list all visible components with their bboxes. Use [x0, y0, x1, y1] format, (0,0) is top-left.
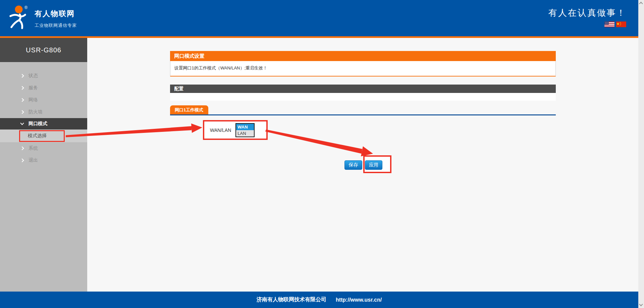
main-content: 网口模式设置 设置网口1的工作模式（WAN/LAN）;重启生效！ 配置 网口1工… [87, 38, 638, 292]
tab-port1-work-mode[interactable]: 网口1工作模式 [170, 105, 208, 114]
annotation-box-wan-lan: WAN/LAN WAN LAN [203, 120, 268, 140]
sidebar-item-status[interactable]: 状态 [0, 70, 87, 82]
annotation-box-mode-select [19, 130, 65, 142]
chevron-right-icon [20, 110, 24, 114]
sidebar: USR-G806 状态 服务 网络 防火墙 网口模式 [0, 38, 87, 292]
device-title: USR-G806 [26, 46, 61, 54]
chevron-right-icon [20, 146, 24, 150]
scroll-up-icon[interactable] [639, 2, 643, 5]
sidebar-item-label: 防火墙 [29, 109, 43, 115]
tab-bar: 网口1工作模式 [170, 106, 556, 115]
wan-lan-field-label: WAN/LAN [210, 127, 231, 133]
page: ® 有人物联网 工业物联网通信专家 有人在认真做事！ [0, 0, 644, 308]
apply-button[interactable]: 应用 [365, 160, 382, 170]
chevron-right-icon [20, 86, 24, 90]
sidebar-item-label: 系统 [29, 145, 38, 151]
sidebar-item-firewall[interactable]: 防火墙 [0, 106, 87, 118]
page-description: 设置网口1的工作模式（WAN/LAN）;重启生效！ [170, 61, 556, 76]
sidebar-item-label: 网络 [29, 97, 38, 103]
header-slogan: 有人在认真做事！ [548, 7, 626, 18]
option-wan[interactable]: WAN [236, 124, 254, 130]
scroll-down-icon[interactable] [639, 302, 643, 306]
usr-logo-icon: ® [8, 4, 29, 30]
sidebar-item-label: 网口模式 [29, 121, 47, 127]
brand-tagline: 工业物联网通信专家 [35, 22, 77, 29]
sidebar-item-network[interactable]: 网络 [0, 94, 87, 106]
sidebar-item-label: 服务 [29, 85, 38, 91]
top-header: ® 有人物联网 工业物联网通信专家 有人在认真做事！ [0, 0, 638, 36]
registered-mark: ® [24, 5, 28, 10]
sidebar-item-port-mode[interactable]: 网口模式 [0, 118, 87, 130]
option-lan[interactable]: LAN [236, 130, 254, 137]
settings-panel: 网口模式设置 设置网口1的工作模式（WAN/LAN）;重启生效！ 配置 网口1工… [170, 51, 556, 115]
page-scrollbar[interactable] [638, 0, 644, 308]
config-section-header: 配置 [170, 85, 556, 93]
footer: 济南有人物联网技术有限公司 http://www.usr.cn/ [0, 292, 638, 308]
save-button[interactable]: 保存 [344, 160, 362, 170]
page-title: 网口模式设置 [170, 51, 556, 61]
sidebar-item-services[interactable]: 服务 [0, 82, 87, 94]
footer-url-link[interactable]: http://www.usr.cn/ [336, 297, 382, 303]
sidebar-device-header: USR-G806 [0, 38, 87, 62]
logo-block: ® 有人物联网 工业物联网通信专家 [8, 4, 77, 30]
config-section-body [170, 93, 556, 101]
sidebar-item-system[interactable]: 系统 [0, 142, 87, 154]
us-flag-icon[interactable] [604, 21, 614, 27]
sidebar-item-label: 状态 [29, 73, 38, 79]
chevron-right-icon [20, 158, 24, 162]
wan-lan-select[interactable]: WAN LAN [235, 123, 255, 137]
cn-flag-icon[interactable] [616, 21, 626, 27]
brand-name: 有人物联网 [35, 9, 77, 19]
sidebar-item-logout[interactable]: 退出 [0, 154, 87, 166]
footer-company: 济南有人物联网技术有限公司 [257, 296, 326, 303]
sidebar-menu: 状态 服务 网络 防火墙 网口模式 模式选择 [0, 62, 87, 166]
chevron-down-icon [20, 121, 24, 125]
chevron-right-icon [20, 74, 24, 78]
sidebar-item-label: 退出 [29, 157, 38, 163]
chevron-right-icon [20, 98, 24, 102]
